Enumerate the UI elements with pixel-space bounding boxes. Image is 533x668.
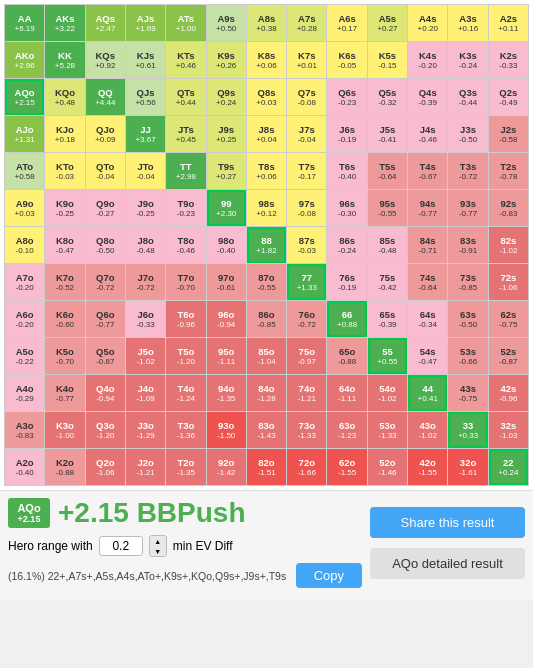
grid-cell-a6o[interactable]: A6o-0.20 bbox=[5, 301, 44, 337]
grid-cell-52o[interactable]: 52o-1.46 bbox=[368, 449, 407, 485]
grid-cell-aqs[interactable]: AQs+2.47 bbox=[86, 5, 125, 41]
grid-cell-j7s[interactable]: J7s-0.04 bbox=[287, 116, 326, 152]
grid-cell-aa[interactable]: AA+6.19 bbox=[5, 5, 44, 41]
grid-cell-97o[interactable]: 97o-0.61 bbox=[207, 264, 246, 300]
grid-cell-92s[interactable]: 92s-0.83 bbox=[489, 190, 528, 226]
grid-cell-q6s[interactable]: Q6s-0.23 bbox=[327, 79, 366, 115]
grid-cell-k3o[interactable]: K3o-1.00 bbox=[45, 412, 84, 448]
grid-cell-a3s[interactable]: A3s+0.16 bbox=[448, 5, 487, 41]
grid-cell-q2s[interactable]: Q2s-0.49 bbox=[489, 79, 528, 115]
grid-cell-t2o[interactable]: T2o-1.35 bbox=[166, 449, 205, 485]
grid-cell-j4o[interactable]: J4o-1.09 bbox=[126, 375, 165, 411]
grid-cell-42o[interactable]: 42o-1.55 bbox=[408, 449, 447, 485]
grid-cell-65s[interactable]: 65s-0.39 bbox=[368, 301, 407, 337]
grid-cell-t3o[interactable]: T3o-1.36 bbox=[166, 412, 205, 448]
grid-cell-kqs[interactable]: KQs+0.92 bbox=[86, 42, 125, 78]
grid-cell-q7o[interactable]: Q7o-0.72 bbox=[86, 264, 125, 300]
grid-cell-j5o[interactable]: J5o-1.02 bbox=[126, 338, 165, 374]
grid-cell-j5s[interactable]: J5s-0.41 bbox=[368, 116, 407, 152]
share-button[interactable]: Share this result bbox=[370, 507, 525, 538]
grid-cell-83s[interactable]: 83s-0.91 bbox=[448, 227, 487, 263]
grid-cell-53s[interactable]: 53s-0.66 bbox=[448, 338, 487, 374]
detail-button[interactable]: AQo detailed result bbox=[370, 548, 525, 579]
grid-cell-74s[interactable]: 74s-0.64 bbox=[408, 264, 447, 300]
grid-cell-73s[interactable]: 73s-0.85 bbox=[448, 264, 487, 300]
grid-cell-33[interactable]: 33+0.33 bbox=[448, 412, 487, 448]
grid-cell-t4s[interactable]: T4s-0.67 bbox=[408, 153, 447, 189]
grid-cell-93o[interactable]: 93o-1.50 bbox=[207, 412, 246, 448]
grid-cell-a4s[interactable]: A4s+0.20 bbox=[408, 5, 447, 41]
grid-cell-j2s[interactable]: J2s-0.58 bbox=[489, 116, 528, 152]
grid-cell-97s[interactable]: 97s-0.08 bbox=[287, 190, 326, 226]
grid-cell-53o[interactable]: 53o-1.33 bbox=[368, 412, 407, 448]
grid-cell-j8s[interactable]: J8s+0.04 bbox=[247, 116, 286, 152]
grid-cell-94o[interactable]: 94o-1.35 bbox=[207, 375, 246, 411]
grid-cell-a7s[interactable]: A7s+0.28 bbox=[287, 5, 326, 41]
grid-cell-kk[interactable]: KK+5.28 bbox=[45, 42, 84, 78]
grid-cell-a9o[interactable]: A9o+0.03 bbox=[5, 190, 44, 226]
grid-cell-87s[interactable]: 87s-0.03 bbox=[287, 227, 326, 263]
grid-cell-a2o[interactable]: A2o-0.40 bbox=[5, 449, 44, 485]
grid-cell-t5o[interactable]: T5o-1.20 bbox=[166, 338, 205, 374]
grid-cell-95s[interactable]: 95s-0.55 bbox=[368, 190, 407, 226]
grid-cell-a8o[interactable]: A8o-0.10 bbox=[5, 227, 44, 263]
grid-cell-jj[interactable]: JJ+3.67 bbox=[126, 116, 165, 152]
grid-cell-62s[interactable]: 62s-0.75 bbox=[489, 301, 528, 337]
grid-cell-84s[interactable]: 84s-0.71 bbox=[408, 227, 447, 263]
grid-cell-t8o[interactable]: T8o-0.46 bbox=[166, 227, 205, 263]
grid-cell-k9o[interactable]: K9o-0.25 bbox=[45, 190, 84, 226]
grid-cell-qjs[interactable]: QJs+0.56 bbox=[126, 79, 165, 115]
grid-cell-a3o[interactable]: A3o-0.83 bbox=[5, 412, 44, 448]
grid-cell-qts[interactable]: QTs+0.44 bbox=[166, 79, 205, 115]
grid-cell-75s[interactable]: 75s-0.42 bbox=[368, 264, 407, 300]
grid-cell-j4s[interactable]: J4s-0.46 bbox=[408, 116, 447, 152]
grid-cell-kjo[interactable]: KJo+0.18 bbox=[45, 116, 84, 152]
grid-cell-82o[interactable]: 82o-1.51 bbox=[247, 449, 286, 485]
grid-cell-85o[interactable]: 85o-1.04 bbox=[247, 338, 286, 374]
grid-cell-64s[interactable]: 64s-0.34 bbox=[408, 301, 447, 337]
grid-cell-72s[interactable]: 72s-1.06 bbox=[489, 264, 528, 300]
grid-cell-k3s[interactable]: K3s-0.24 bbox=[448, 42, 487, 78]
grid-cell-62o[interactable]: 62o-1.55 bbox=[327, 449, 366, 485]
grid-cell-a6s[interactable]: A6s+0.17 bbox=[327, 5, 366, 41]
grid-cell-j6s[interactable]: J6s-0.19 bbox=[327, 116, 366, 152]
grid-cell-99[interactable]: 99+2.30 bbox=[207, 190, 246, 226]
grid-cell-t7s[interactable]: T7s-0.17 bbox=[287, 153, 326, 189]
grid-cell-j3o[interactable]: J3o-1.29 bbox=[126, 412, 165, 448]
grid-cell-k6o[interactable]: K6o-0.60 bbox=[45, 301, 84, 337]
grid-cell-82s[interactable]: 82s-1.02 bbox=[489, 227, 528, 263]
grid-cell-ako[interactable]: AKo+2.96 bbox=[5, 42, 44, 78]
grid-cell-ajs[interactable]: AJs+1.69 bbox=[126, 5, 165, 41]
grid-cell-jts[interactable]: JTs+0.45 bbox=[166, 116, 205, 152]
grid-cell-93s[interactable]: 93s-0.77 bbox=[448, 190, 487, 226]
grid-cell-98o[interactable]: 98o-0.40 bbox=[207, 227, 246, 263]
grid-cell-kts[interactable]: KTs+0.46 bbox=[166, 42, 205, 78]
grid-cell-96s[interactable]: 96s-0.30 bbox=[327, 190, 366, 226]
grid-cell-86s[interactable]: 86s-0.24 bbox=[327, 227, 366, 263]
grid-cell-a4o[interactable]: A4o-0.29 bbox=[5, 375, 44, 411]
grid-cell-j3s[interactable]: J3s-0.50 bbox=[448, 116, 487, 152]
grid-cell-q7s[interactable]: Q7s-0.08 bbox=[287, 79, 326, 115]
spin-up-button[interactable]: ▲ bbox=[150, 536, 166, 546]
grid-cell-54s[interactable]: 54s-0.47 bbox=[408, 338, 447, 374]
hero-range-input[interactable] bbox=[99, 536, 143, 556]
grid-cell-88[interactable]: 88+1.82 bbox=[247, 227, 286, 263]
grid-cell-q4s[interactable]: Q4s-0.39 bbox=[408, 79, 447, 115]
grid-cell-94s[interactable]: 94s-0.77 bbox=[408, 190, 447, 226]
grid-cell-a5s[interactable]: A5s+0.27 bbox=[368, 5, 407, 41]
grid-cell-k4s[interactable]: K4s-0.20 bbox=[408, 42, 447, 78]
grid-cell-j9o[interactable]: J9o-0.25 bbox=[126, 190, 165, 226]
grid-cell-22[interactable]: 22+0.24 bbox=[489, 449, 528, 485]
spin-down-button[interactable]: ▼ bbox=[150, 546, 166, 556]
grid-cell-q8o[interactable]: Q8o-0.50 bbox=[86, 227, 125, 263]
grid-cell-k2s[interactable]: K2s-0.33 bbox=[489, 42, 528, 78]
grid-cell-85s[interactable]: 85s-0.48 bbox=[368, 227, 407, 263]
grid-cell-k7s[interactable]: K7s+0.01 bbox=[287, 42, 326, 78]
grid-cell-k9s[interactable]: K9s+0.26 bbox=[207, 42, 246, 78]
grid-cell-t5s[interactable]: T5s-0.64 bbox=[368, 153, 407, 189]
grid-cell-64o[interactable]: 64o-1.11 bbox=[327, 375, 366, 411]
grid-cell-kjs[interactable]: KJs+0.61 bbox=[126, 42, 165, 78]
grid-cell-j6o[interactable]: J6o-0.33 bbox=[126, 301, 165, 337]
grid-cell-k6s[interactable]: K6s-0.05 bbox=[327, 42, 366, 78]
grid-cell-q5s[interactable]: Q5s-0.32 bbox=[368, 79, 407, 115]
